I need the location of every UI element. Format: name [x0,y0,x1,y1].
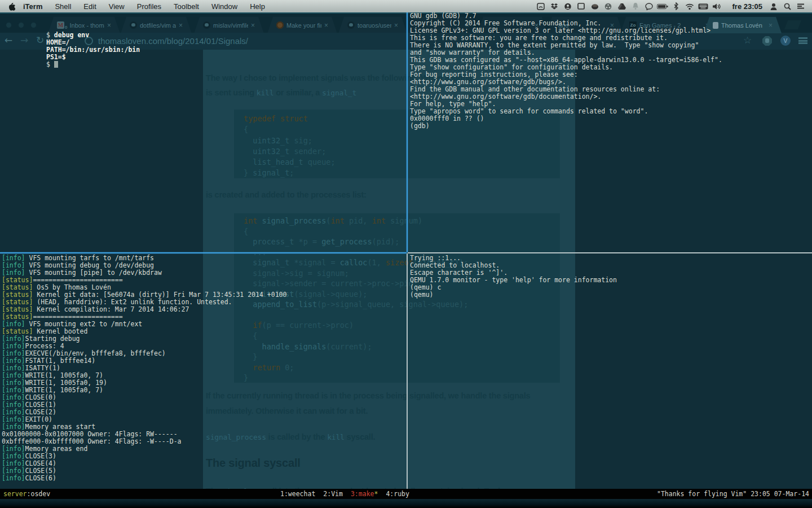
terminal-cursor [54,61,58,68]
zoom-button[interactable] [30,21,37,29]
pane-divider-vertical-active[interactable] [407,12,408,252]
tab-close-icon[interactable]: × [179,21,183,29]
wifi-icon[interactable] [684,1,695,11]
terminal-line: QEMU 1.7.0 monitor - type 'help' for mor… [410,277,617,284]
qemu-monitor-pane[interactable]: Trying ::1...Connected to localhost.Esca… [410,255,617,299]
app-menu-title[interactable]: iTerm [23,2,42,11]
code-line: } [244,352,560,362]
apple-menu-icon[interactable] [8,2,15,11]
menu-status-icons [534,1,723,11]
menubar-clock[interactable]: fre 23:05 [732,2,762,11]
terminal-line: (qemu) [410,291,617,299]
spotlight-search-icon[interactable] [782,1,793,11]
fast-user-switch-icon[interactable] [768,1,779,11]
menu-item-toolbelt[interactable]: Toolbelt [174,2,199,11]
dropbox-icon[interactable] [549,1,560,11]
back-icon[interactable]: ← [5,34,12,46]
menu-items: ShellEditViewProfilesToolbeltWindowHelp [55,2,277,11]
notification-bell-icon[interactable] [630,1,641,11]
tmux-status-bar: server:osdev 1:weechat2:Vim3:make*4:ruby… [0,489,812,499]
display-icon[interactable] [576,1,587,11]
tmux-window[interactable]: 4:ruby [386,490,409,498]
code-line: } signal_t; [244,168,560,178]
tmux-session-name: server:osdev [3,489,50,499]
menu-item-shell[interactable]: Shell [55,2,71,11]
movie-reel-icon[interactable] [603,1,614,11]
code-line [244,310,560,321]
pane-divider-vertical[interactable] [407,253,408,489]
browser-tab[interactable]: mislav/vimfile× [194,17,264,33]
desktop: iTerm ShellEditViewProfilesToolbeltWindo… [0,0,812,508]
github-icon [203,21,210,29]
screen-bottom-strip [0,499,812,508]
tmux-window[interactable]: 2:Vim [323,490,343,498]
pane-divider-horizontal[interactable] [408,252,812,253]
battery-icon[interactable] [657,1,668,11]
blog-paragraph-line: is sent using kill or similar, a signal_… [206,88,356,97]
notification-center-icon[interactable] [795,1,806,11]
bluetooth-icon[interactable] [670,1,682,11]
code-line: handle_signals(current); [244,341,560,352]
tab-close-icon[interactable]: × [394,21,398,29]
code-line: append_to_list(p->signal_queue, signal->… [244,299,560,310]
close-button[interactable] [5,21,12,29]
menu-item-view[interactable]: View [109,2,125,11]
tab-close-icon[interactable]: × [324,21,328,29]
v-badge-icon[interactable]: V [780,36,791,46]
menu-item-edit[interactable]: Edit [83,2,96,11]
terminal-line: (qemu) c [410,284,617,291]
tab-close-icon[interactable]: × [107,21,111,29]
browser-tab[interactable]: dotfiles/vim a× [121,17,192,33]
kernel-log-pane[interactable]: [info] VFS mounting tarfs to /mnt/tarfs[… [2,255,286,482]
menu-item-window[interactable]: Window [211,2,237,11]
site-favicon [276,21,284,29]
tmux-window[interactable]: 3:make [351,490,374,498]
user-round-icon[interactable] [562,1,573,11]
tmux-window[interactable]: * [374,490,378,498]
tmux-status-right: "Thanks for flying Vim" 23:05 07-Mar-14 [657,489,809,499]
blog-paragraph-line: is created and added to the processes li… [206,190,367,199]
pane-divider-horizontal-active[interactable] [0,252,407,253]
tmux-window[interactable]: 1:weechat [280,490,315,498]
code-line: process_t *p = get_process(pid); [244,237,560,247]
menu-item-profiles[interactable]: Profiles [137,2,161,11]
tab-title: mislav/vimfile [213,22,248,29]
reload-icon[interactable]: ↻ [36,34,44,46]
gdb-pane[interactable]: GNU gdb (GDB) 7.7Copyright (C) 2014 Free… [410,12,722,130]
app-window-icon[interactable] [535,1,546,11]
shell-pane[interactable]: $ debug envHOME=/PATH=/bin:/usr/sbin:/bi… [46,32,140,68]
browser-tab[interactable]: Make your firs× [267,17,337,33]
forward-icon[interactable]: → [20,34,28,46]
stop-badge-icon[interactable] [762,36,772,46]
keyboard-icon[interactable] [698,1,709,11]
code-line: uint32_t sender; [244,146,560,157]
code-line: uint32_t sig; [244,135,560,146]
minimize-button[interactable] [17,21,25,29]
tab-close-icon[interactable]: × [769,21,773,29]
tab-title: dotfiles/vim a [140,22,176,29]
tab-title: Make your firs [286,22,321,29]
tmux-window-list: 1:weechat2:Vim3:make*4:ruby [280,489,417,499]
messages-bubble-icon[interactable] [643,1,655,11]
code-line: return 0; [244,362,560,373]
google-drive-icon[interactable] [616,1,628,11]
menu-item-help[interactable]: Help [250,2,265,11]
github-icon [130,21,137,29]
coffee-icon[interactable] [589,1,601,11]
browser-tab[interactable]: toaruos/users× [338,17,407,33]
gmail-badge: 0 [65,25,67,30]
new-tab-button[interactable] [784,20,801,29]
code-line: if(p == current->proc) [244,320,560,331]
terminal-line: 0x0000fff0 in ?? () [410,115,722,122]
terminal-line: PS1=$ [46,54,140,61]
code-line: } [244,373,560,383]
menu-hamburger-icon[interactable] [798,37,807,44]
bookmark-star-icon[interactable]: ☆ [743,34,752,46]
code-line: int signal_process(int pid, int signum) [244,216,560,226]
terminal-line: (gdb) [410,122,722,130]
volume-icon[interactable] [711,1,722,11]
code-line: { [244,331,560,341]
tab-title: toaruos/users [358,22,391,29]
github-icon [347,21,355,29]
tab-close-icon[interactable]: × [251,21,255,29]
